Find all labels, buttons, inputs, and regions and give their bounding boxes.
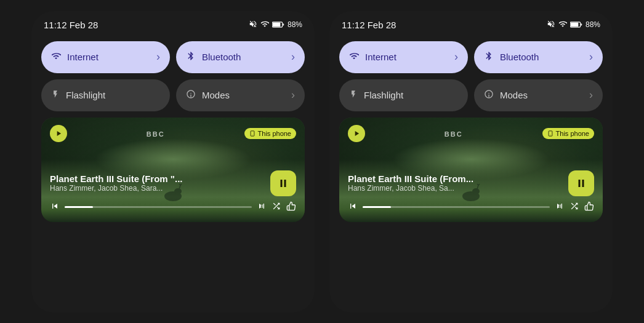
modes-icon: [186, 89, 196, 102]
battery-percent: 88%: [586, 20, 600, 29]
quick-settings-panel: Internet › Bluetooth › Flashlight Modes …: [329, 36, 613, 313]
like-button[interactable]: [584, 201, 594, 213]
qs-tile-flashlight[interactable]: Flashlight: [339, 79, 468, 111]
this-phone-badge: This phone: [542, 128, 594, 139]
like-button[interactable]: [286, 201, 296, 213]
internet-label: Internet: [365, 52, 448, 62]
flashlight-label: Flashlight: [66, 90, 160, 100]
flashlight-icon: [349, 89, 358, 102]
internet-icon: [51, 51, 61, 63]
media-card[interactable]: BBC This phone Planet Earth III Suite (F…: [339, 118, 603, 222]
battery-icon: [272, 21, 284, 28]
status-time-date: 11:12 Feb 28: [44, 20, 98, 30]
shuffle-button[interactable]: [272, 201, 281, 213]
qs-tile-flashlight[interactable]: Flashlight: [41, 79, 170, 111]
svg-rect-23: [582, 180, 584, 187]
modes-label: Modes: [202, 90, 285, 100]
battery-icon: [570, 21, 582, 28]
svg-rect-2: [283, 23, 284, 25]
this-phone-badge: This phone: [244, 128, 296, 139]
media-content: BBC This phone Planet Earth III Suite (F…: [41, 118, 305, 222]
media-title: Planet Earth III Suite (From...: [348, 173, 562, 184]
media-artist: Hans Zimmer, Jacob Shea, Sara...: [50, 184, 264, 193]
media-output-icon: [50, 125, 67, 142]
mute-icon: [547, 20, 555, 30]
svg-rect-14: [581, 23, 582, 25]
status-icons: 88%: [547, 20, 600, 30]
media-artist: Hans Zimmer, Jacob Shea, Sa...: [348, 184, 562, 193]
svg-rect-1: [273, 23, 281, 27]
qs-tile-modes[interactable]: Modes ›: [176, 79, 305, 111]
status-icons: 88%: [249, 20, 302, 30]
bluetooth-label: Bluetooth: [500, 52, 583, 62]
shuffle-button[interactable]: [570, 201, 579, 213]
qs-tile-modes[interactable]: Modes ›: [474, 79, 603, 111]
internet-label: Internet: [67, 52, 150, 62]
media-content: BBC This phone Planet Earth III Suite (F…: [339, 118, 603, 222]
svg-rect-10: [281, 180, 283, 187]
qs-bottom-row: Flashlight Modes ›: [41, 79, 305, 111]
media-info: Planet Earth III Suite (From... Hans Zim…: [348, 170, 594, 216]
chevron-icon: ›: [156, 50, 160, 63]
qs-top-row: Internet › Bluetooth ›: [41, 41, 305, 73]
chevron-icon: ›: [291, 89, 295, 102]
flashlight-label: Flashlight: [364, 90, 458, 100]
qs-tile-internet[interactable]: Internet ›: [41, 41, 170, 73]
bluetooth-icon: [186, 51, 196, 63]
qs-top-row: Internet › Bluetooth ›: [339, 41, 603, 73]
svg-point-9: [252, 134, 252, 135]
svg-rect-20: [549, 130, 552, 135]
modes-icon: [484, 89, 494, 102]
next-button[interactable]: [555, 201, 565, 213]
prev-button[interactable]: [348, 201, 358, 213]
svg-rect-11: [284, 180, 286, 187]
qs-tile-internet[interactable]: Internet ›: [339, 41, 468, 73]
qs-bottom-row: Flashlight Modes ›: [339, 79, 603, 111]
status-time-date: 11:12 Feb 28: [342, 20, 396, 30]
media-card[interactable]: BBC This phone Planet Earth III Suite (F…: [41, 118, 305, 222]
chevron-icon: ›: [291, 50, 295, 63]
media-output-icon: [348, 125, 365, 142]
mute-icon: [249, 20, 257, 30]
chevron-icon: ›: [589, 89, 593, 102]
svg-point-21: [550, 134, 550, 135]
internet-icon: [349, 51, 359, 63]
svg-rect-22: [579, 180, 581, 187]
bbc-logo: BBC: [147, 130, 165, 138]
quick-settings-panel: Internet › Bluetooth › Flashlight Modes …: [31, 36, 315, 313]
wifi-status-icon: [260, 20, 269, 30]
media-title: Planet Earth III Suite (From "...: [50, 173, 264, 184]
media-top-row: BBC This phone: [50, 125, 296, 142]
progress-bar[interactable]: [65, 206, 252, 208]
pause-button[interactable]: [568, 170, 594, 196]
media-info: Planet Earth III Suite (From "... Hans Z…: [50, 170, 296, 216]
phone-phone-left: 11:12 Feb 28 88% Internet › Bluetooth › …: [31, 11, 315, 313]
media-top-row: BBC This phone: [348, 125, 594, 142]
bluetooth-label: Bluetooth: [202, 52, 285, 62]
bbc-logo: BBC: [445, 130, 463, 138]
prev-button[interactable]: [50, 201, 60, 213]
chevron-icon: ›: [454, 50, 458, 63]
qs-tile-bluetooth[interactable]: Bluetooth ›: [176, 41, 305, 73]
svg-rect-13: [571, 23, 579, 27]
progress-bar[interactable]: [363, 206, 550, 208]
battery-percent: 88%: [288, 20, 302, 29]
pause-button[interactable]: [270, 170, 296, 196]
chevron-icon: ›: [589, 50, 593, 63]
qs-tile-bluetooth[interactable]: Bluetooth ›: [474, 41, 603, 73]
next-button[interactable]: [257, 201, 267, 213]
status-bar: 11:12 Feb 28 88%: [329, 11, 613, 36]
phone-phone-right: 11:12 Feb 28 88% Internet › Bluetooth › …: [329, 11, 613, 313]
svg-rect-8: [251, 130, 254, 135]
wifi-status-icon: [558, 20, 567, 30]
modes-label: Modes: [500, 90, 583, 100]
flashlight-icon: [51, 89, 60, 102]
status-bar: 11:12 Feb 28 88%: [31, 11, 315, 36]
bluetooth-icon: [484, 51, 494, 63]
